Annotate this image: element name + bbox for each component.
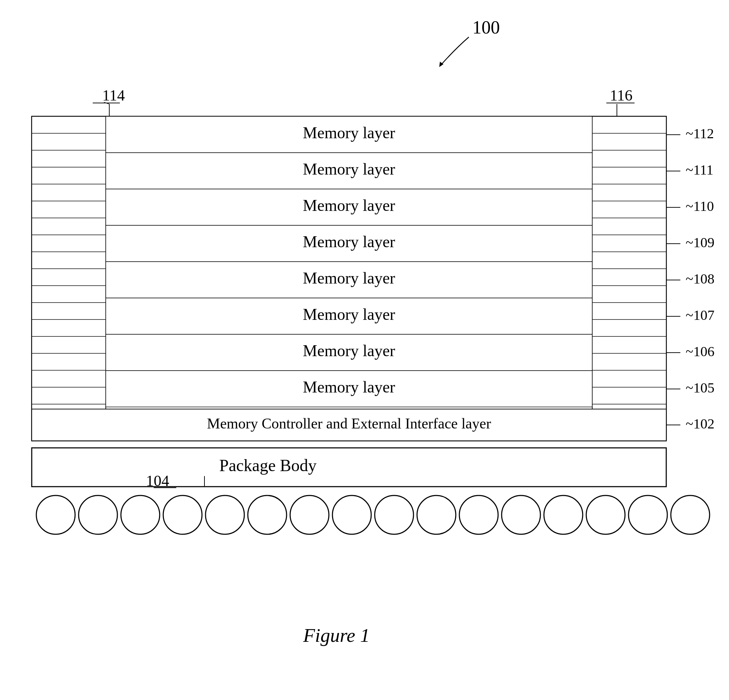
ref-104: 104: [146, 472, 169, 489]
svg-rect-50: [32, 448, 666, 487]
memory-layer-110-label: Memory layer: [303, 196, 395, 214]
controller-layer-label: Memory Controller and External Interface…: [207, 415, 491, 432]
solder-ball-4: [163, 495, 202, 534]
solder-ball-15: [629, 495, 667, 534]
memory-layer-108-label: Memory layer: [303, 269, 395, 287]
memory-layer-107-label: Memory layer: [303, 306, 395, 323]
solder-ball-7: [290, 495, 329, 534]
ref-108: ~108: [685, 271, 714, 287]
ref-112: ~112: [685, 125, 714, 141]
solder-ball-9: [375, 495, 414, 534]
figure-title: Figure 1: [303, 624, 370, 646]
solder-ball-11: [459, 495, 498, 534]
memory-layer-105-label: Memory layer: [303, 378, 395, 396]
ref-111: ~111: [685, 162, 713, 178]
memory-layer-112-label: Memory layer: [303, 124, 395, 142]
solder-ball-10: [417, 495, 456, 534]
ref-102: ~102: [685, 416, 714, 432]
solder-ball-8: [333, 495, 371, 534]
ref-114-label: 114: [102, 87, 125, 104]
diagram-container: 100: [0, 0, 729, 700]
ref-100: 100: [472, 17, 500, 37]
solder-ball-3: [121, 495, 160, 534]
memory-layer-111-label: Memory layer: [303, 160, 395, 178]
solder-ball-13: [544, 495, 583, 534]
solder-ball-2: [78, 495, 118, 534]
ref-116-label: 116: [610, 87, 632, 104]
solder-ball-1: [36, 495, 75, 534]
ref-109: ~109: [685, 234, 714, 250]
solder-ball-14: [586, 495, 625, 534]
solder-ball-6: [248, 495, 287, 534]
solder-ball-16: [671, 495, 710, 534]
ref-106: ~106: [685, 343, 714, 359]
ref-110: ~110: [685, 198, 714, 214]
solder-ball-5: [206, 495, 244, 534]
memory-layer-106-label: Memory layer: [303, 342, 395, 360]
svg-rect-2: [32, 116, 106, 441]
memory-layer-109-label: Memory layer: [303, 233, 395, 251]
svg-rect-21: [592, 116, 666, 441]
package-body-label: Package Body: [219, 456, 317, 474]
solder-ball-12: [502, 495, 540, 534]
ref-107: ~107: [685, 307, 714, 323]
ref-105: ~105: [685, 380, 714, 396]
